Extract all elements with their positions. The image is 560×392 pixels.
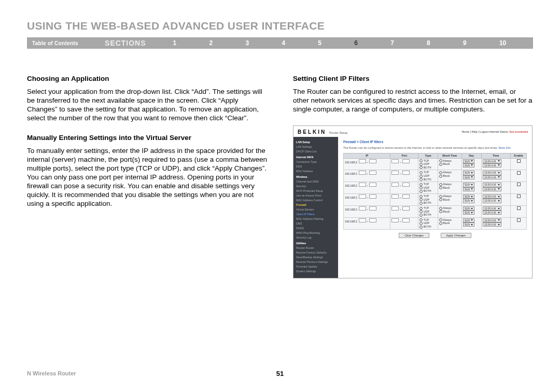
sections-label: SECTIONS: [105, 39, 157, 47]
section-link-10[interactable]: 10: [499, 39, 506, 47]
footer-product: N Wireless Router: [27, 370, 76, 376]
section-link-2[interactable]: 2: [209, 39, 213, 47]
router-brand: BELKIN: [298, 129, 326, 135]
para-client-ip-filters: The Router can be configured to restrict…: [293, 88, 533, 114]
heading-choosing-app: Choosing an Application: [27, 75, 267, 83]
section-link-1[interactable]: 1: [173, 39, 177, 47]
section-link-9[interactable]: 9: [463, 39, 467, 47]
right-column: Setting Client IP Filters The Router can…: [293, 75, 533, 278]
apply-changes-button[interactable]: Apply Changes: [441, 233, 471, 239]
router-screenshot: BELKIN Router Setup Home | Help | Logout…: [293, 125, 533, 279]
left-column: Choosing an Application Select your appl…: [27, 75, 267, 278]
para-manual-virtual-server: To manually enter settings, enter the IP…: [27, 147, 267, 208]
router-sidebar[interactable]: LAN SetupLAN SettingsDHCP Client ListInt…: [293, 137, 338, 278]
section-nav: Table of Contents SECTIONS 12345678910: [27, 37, 533, 49]
router-breadcrumb: Firewall > Client IP filters: [343, 140, 527, 144]
router-brand-sub: Router Setup: [329, 131, 347, 134]
page-number: 51: [276, 370, 284, 377]
page-footer: N Wireless Router 51: [27, 370, 533, 376]
heading-manual-virtual-server: Manually Entering Settings into the Virt…: [27, 134, 267, 143]
router-main: Firewall > Client IP filters The Router …: [338, 137, 532, 278]
filter-table: IPPortTypeBlock TimeDayTimeEnable192.168…: [343, 153, 527, 230]
section-link-4[interactable]: 4: [282, 39, 285, 47]
section-link-3[interactable]: 3: [245, 39, 249, 47]
more-info-link[interactable]: More Info: [499, 146, 511, 149]
heading-client-ip-filters: Setting Client IP Filters: [293, 75, 533, 83]
toc-link[interactable]: Table of Contents: [27, 40, 105, 46]
para-choosing-app: Select your application from the drop-do…: [27, 88, 267, 123]
clear-changes-button[interactable]: Clear Changes: [399, 233, 429, 239]
section-link-5[interactable]: 5: [318, 39, 321, 47]
section-link-8[interactable]: 8: [427, 39, 430, 47]
router-top-links[interactable]: Home | Help | Logout Internet Status: No…: [461, 130, 528, 134]
router-description: The Router can be configured to restrict…: [343, 146, 527, 150]
section-link-7[interactable]: 7: [390, 39, 394, 47]
page-title: USING THE WEB-BASED ADVANCED USER INTERF…: [27, 20, 533, 32]
section-link-6[interactable]: 6: [354, 39, 358, 47]
